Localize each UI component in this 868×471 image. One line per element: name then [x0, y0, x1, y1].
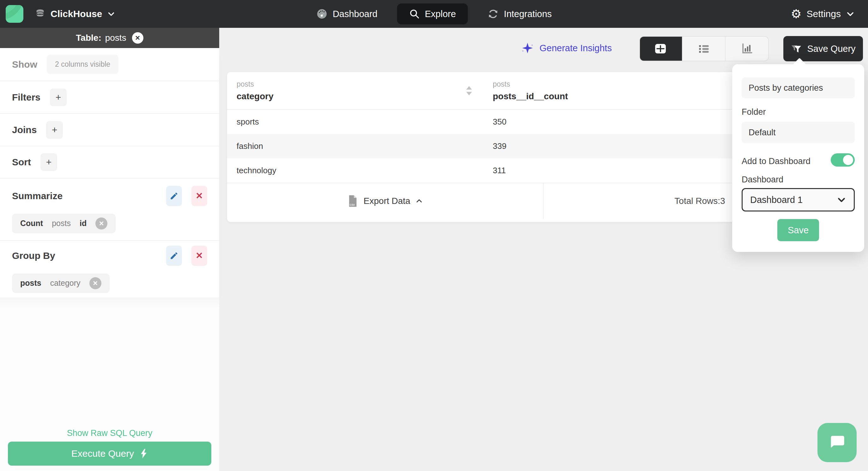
section-show: Show 2 columns visible	[0, 48, 219, 81]
filter-funnel-icon	[790, 43, 802, 54]
add-join-button[interactable]: +	[46, 121, 63, 139]
toggle-knob	[843, 155, 853, 165]
lightning-icon	[140, 449, 148, 458]
edit-group-by-button[interactable]	[166, 246, 182, 266]
query-name-input[interactable]	[742, 78, 855, 98]
view-toggle-group	[639, 36, 769, 61]
cell-category: technology	[237, 166, 276, 175]
remove-group-by-button[interactable]: ✕	[191, 246, 207, 266]
datasource-selector[interactable]: ClickHouse	[35, 8, 115, 19]
gear-icon: ⚙	[791, 8, 802, 20]
chip-field: category	[50, 278, 81, 288]
popover-save-button[interactable]: Save	[777, 219, 819, 241]
nav-integrations[interactable]: Integrations	[482, 3, 558, 24]
export-data-button[interactable]: csv Export Data	[347, 195, 423, 207]
remove-chip-icon[interactable]: ✕	[95, 217, 107, 230]
cell-count: 339	[493, 141, 506, 151]
folder-label: Folder	[742, 107, 766, 117]
column-header-category[interactable]: posts category	[237, 80, 274, 101]
column-header-count[interactable]: posts posts__id__count	[493, 80, 568, 101]
chevron-down-icon	[107, 10, 115, 18]
chevron-down-icon	[837, 195, 846, 205]
bar-chart-icon	[740, 42, 754, 56]
query-sections: Show 2 columns visible Filters + Joins +	[0, 48, 219, 297]
dashboard-label: Dashboard	[742, 175, 783, 185]
remove-summarize-button[interactable]: ✕	[191, 186, 207, 206]
total-rows-label: Total Rows:	[674, 196, 720, 206]
brand-area: ClickHouse	[0, 5, 115, 23]
chip-table: posts	[20, 278, 41, 288]
gauge-icon	[316, 8, 328, 20]
generate-insights-button[interactable]: Generate Insights	[521, 42, 612, 54]
show-raw-sql-link[interactable]: Show Raw SQL Query	[0, 428, 219, 438]
top-nav: ClickHouse Dashboard	[0, 0, 868, 28]
remove-table-button[interactable]: ✕	[132, 32, 144, 43]
query-builder-sidebar: Table: posts ✕ Show 2 columns visible Fi…	[0, 28, 219, 471]
add-to-dashboard-toggle[interactable]	[831, 153, 855, 167]
settings-label: Settings	[807, 8, 841, 19]
nav-label: Explore	[425, 9, 456, 19]
group-by-chip[interactable]: posts category ✕	[12, 273, 110, 293]
chip-aggregation: Count	[20, 219, 43, 228]
total-rows-value: 3	[720, 196, 725, 206]
chat-widget-button[interactable]	[817, 423, 857, 462]
csv-file-icon: csv	[347, 195, 359, 207]
view-toggle-chart[interactable]	[725, 37, 768, 61]
sync-icon	[487, 8, 499, 20]
sidebar-empty-area	[0, 297, 219, 443]
app-logo	[6, 5, 23, 23]
cell-count: 311	[493, 166, 506, 175]
columns-visible-button[interactable]: 2 columns visible	[47, 55, 119, 74]
view-toggle-list[interactable]	[682, 37, 725, 61]
list-view-icon	[697, 42, 711, 56]
nav-label: Integrations	[504, 9, 552, 19]
pencil-icon	[169, 192, 179, 200]
chip-table: posts	[52, 219, 71, 228]
column-name: category	[237, 91, 274, 101]
dashboard-select-value: Dashboard 1	[750, 195, 803, 205]
app-root: ClickHouse Dashboard	[0, 0, 868, 471]
search-icon	[409, 8, 420, 19]
nav-dashboard[interactable]: Dashboard	[310, 3, 383, 24]
joins-label: Joins	[12, 124, 37, 135]
main-nav: Dashboard Explore Integrations	[310, 0, 558, 28]
edit-summarize-button[interactable]	[166, 186, 182, 206]
execute-query-button[interactable]: Execute Query	[8, 442, 211, 466]
summarize-chip[interactable]: Count posts id ✕	[12, 214, 116, 233]
section-joins: Joins +	[0, 114, 219, 146]
total-rows: Total Rows:3	[674, 196, 725, 206]
database-icon	[35, 8, 45, 19]
generate-insights-label: Generate Insights	[539, 43, 612, 53]
chevron-up-icon	[415, 197, 423, 205]
column-name: posts__id__count	[493, 91, 568, 101]
nav-label: Dashboard	[333, 9, 377, 19]
sort-label: Sort	[12, 157, 31, 168]
cell-count: 350	[493, 117, 506, 127]
execute-query-label: Execute Query	[71, 448, 134, 459]
group-by-label: Group By	[12, 251, 55, 261]
table-selector[interactable]: Table: posts ✕	[0, 28, 219, 48]
settings-menu[interactable]: ⚙ Settings	[791, 0, 855, 28]
section-filters: Filters +	[0, 81, 219, 114]
column-group: posts	[237, 80, 274, 89]
add-sort-button[interactable]: +	[40, 153, 57, 171]
dashboard-select[interactable]: Dashboard 1	[742, 188, 855, 211]
remove-chip-icon[interactable]: ✕	[89, 277, 101, 289]
add-to-dashboard-label: Add to Dashboard	[742, 156, 810, 166]
table-name: posts	[105, 33, 126, 43]
folder-input[interactable]	[742, 122, 855, 143]
chevron-down-icon	[846, 9, 855, 18]
view-toggle-table[interactable]	[639, 36, 682, 61]
section-group-by: Group By ✕ posts category ✕	[0, 241, 219, 297]
section-sort: Sort +	[0, 146, 219, 179]
add-filter-button[interactable]: +	[50, 89, 67, 106]
svg-text:csv: csv	[350, 203, 355, 206]
sparkle-icon	[521, 42, 534, 54]
nav-explore[interactable]: Explore	[397, 3, 468, 24]
save-query-label: Save Query	[807, 43, 856, 54]
save-query-button[interactable]: Save Query	[783, 36, 863, 61]
show-label: Show	[12, 59, 37, 70]
cell-category: fashion	[237, 141, 263, 151]
datasource-name: ClickHouse	[51, 8, 102, 19]
sort-toggle-icon[interactable]	[466, 86, 472, 95]
